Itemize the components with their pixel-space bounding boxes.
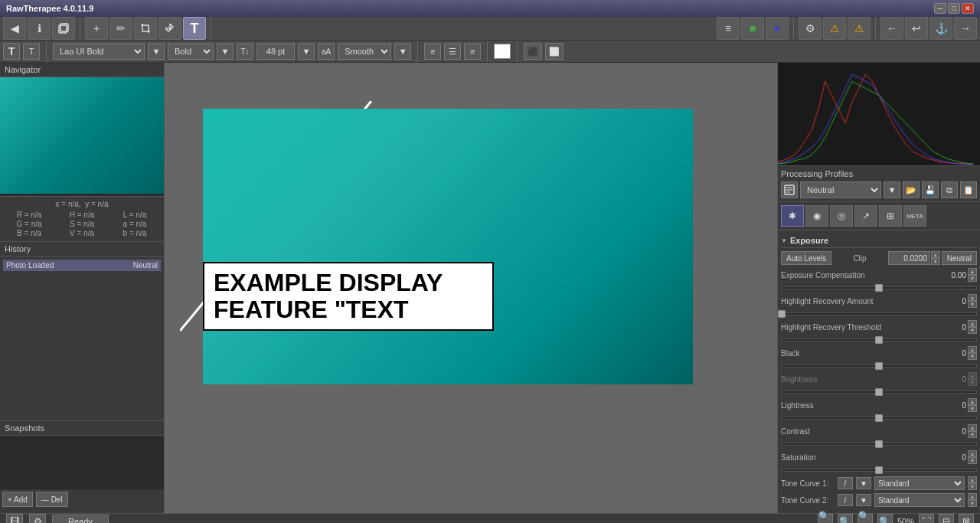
black-up-arrow[interactable]: ▲	[968, 346, 977, 353]
lens-icon-button[interactable]: ◎	[830, 205, 853, 227]
font-size-input[interactable]	[256, 43, 295, 60]
raw-icon-button[interactable]: ⊞	[879, 205, 902, 227]
color-green-button[interactable]: ■	[741, 17, 764, 40]
tone-curve1-select[interactable]: Standard	[874, 476, 965, 490]
auto-levels-button[interactable]: Auto Levels	[781, 251, 831, 265]
exposure-compensation-slider[interactable]	[781, 286, 977, 289]
transform-icon-button[interactable]: ↗	[854, 205, 877, 227]
saturation-up-arrow[interactable]: ▲	[968, 450, 977, 457]
tone-curve1-pencil-icon[interactable]: /	[838, 477, 853, 489]
saturation-down-arrow[interactable]: ▼	[968, 457, 977, 464]
tone-curve2-up-arrow[interactable]: ▲	[968, 493, 977, 500]
hrt-up-arrow[interactable]: ▲	[968, 320, 977, 327]
minimize-button[interactable]: ─	[934, 3, 946, 14]
copy-profile-button[interactable]: ⧉	[941, 181, 958, 198]
font-weight-select[interactable]: Bold	[168, 43, 214, 60]
settings2-icon[interactable]: ⚙	[29, 514, 46, 523]
settings-button[interactable]: ⚙	[799, 17, 822, 40]
maximize-button[interactable]: □	[948, 3, 960, 14]
render-mode-select[interactable]: Smooth	[338, 43, 391, 60]
transform-button[interactable]	[158, 17, 181, 40]
text-type-button[interactable]: T	[3, 43, 20, 60]
before-after-button[interactable]: ⊠	[959, 514, 974, 523]
render-mode-dropdown[interactable]: ▼	[394, 43, 411, 60]
align-left-button[interactable]: ≡	[424, 43, 441, 60]
lightness-slider[interactable]	[781, 417, 977, 420]
contrast-slider[interactable]	[781, 443, 977, 446]
menu-button[interactable]: ≡	[717, 17, 740, 40]
filmstrip-icon[interactable]: 🎞	[6, 514, 23, 523]
open-profile-button[interactable]: 📂	[903, 181, 920, 198]
close-button[interactable]: ✕	[962, 3, 974, 14]
lightness-down-arrow[interactable]: ▼	[968, 405, 977, 412]
font-name-select[interactable]: Lao UI Bold	[53, 43, 145, 60]
contrast-down-arrow[interactable]: ▼	[968, 431, 977, 438]
tone-curve1-down-arrow[interactable]: ▼	[968, 483, 977, 490]
tone-curve2-down-arrow[interactable]: ▼	[968, 500, 977, 507]
exposure-icon-button[interactable]: ✱	[781, 205, 804, 227]
zoom-in-button[interactable]: 🔍+	[858, 514, 873, 523]
lightness-up-arrow[interactable]: ▲	[968, 398, 977, 405]
history-item-photo-loaded[interactable]: Photo Loaded Neutral	[3, 260, 161, 271]
color-blue-button[interactable]: ■	[766, 17, 789, 40]
hra-up-arrow[interactable]: ▲	[968, 294, 977, 301]
pencil-button[interactable]: ✏	[109, 17, 132, 40]
hrt-down-arrow[interactable]: ▼	[968, 327, 977, 334]
profile-select[interactable]: Neutral	[800, 181, 881, 198]
zoom-100-button[interactable]: 🔍	[877, 514, 893, 523]
warn1-button[interactable]: ⚠	[823, 17, 846, 40]
clip-down-arrow[interactable]: ▼	[931, 258, 940, 265]
add-snapshot-button[interactable]: + Add	[2, 492, 33, 507]
font-name-dropdown[interactable]: ▼	[148, 43, 165, 60]
text-type2-button[interactable]: T	[23, 43, 40, 60]
clip-input[interactable]	[888, 251, 930, 265]
paste-profile-button[interactable]: 📋	[960, 181, 977, 198]
black-down-arrow[interactable]: ▼	[968, 353, 977, 360]
info-button[interactable]: ℹ	[28, 17, 51, 40]
ec-up-arrow[interactable]: ▲	[968, 268, 977, 275]
del-snapshot-button[interactable]: — Del	[36, 492, 68, 507]
text-overlay[interactable]: EXAMPLE DISPLAY FEATURE "TEXT	[203, 262, 494, 331]
profile-dropdown[interactable]: ▼	[884, 181, 900, 198]
fullscreen-button[interactable]: ⛶	[919, 514, 934, 523]
tone-curve1-dropdown-icon[interactable]: ▼	[856, 477, 871, 489]
copy-button[interactable]	[52, 17, 75, 40]
text-color-swatch[interactable]	[494, 44, 511, 59]
save-profile-button[interactable]: 💾	[922, 181, 939, 198]
hra-down-arrow[interactable]: ▼	[968, 301, 977, 308]
tone-curve1-up-arrow[interactable]: ▲	[968, 476, 977, 483]
nav-undo-button[interactable]: ↩	[905, 17, 928, 40]
text-extra1-button[interactable]: ⬛	[524, 43, 542, 60]
profile-icon-button[interactable]	[781, 181, 798, 198]
nav-prev-button[interactable]: ←	[880, 17, 903, 40]
text-tool-button[interactable]: T	[183, 17, 206, 40]
align-right-button[interactable]: ≡	[464, 43, 481, 60]
brightness-up-arrow[interactable]: ▲	[968, 372, 977, 379]
color-icon-button[interactable]: ◉	[805, 205, 828, 227]
clip-up-arrow[interactable]: ▲	[931, 251, 940, 258]
nav-anchor-button[interactable]: ⚓	[929, 17, 952, 40]
highlight-recovery-threshold-slider[interactable]	[781, 338, 977, 342]
ec-down-arrow[interactable]: ▼	[968, 275, 977, 282]
font-size-dropdown[interactable]: ▼	[298, 43, 315, 60]
black-slider[interactable]	[781, 364, 977, 368]
align-center-button[interactable]: ☰	[444, 43, 461, 60]
highlight-recovery-amount-slider[interactable]	[781, 312, 977, 315]
contrast-up-arrow[interactable]: ▲	[968, 424, 977, 431]
exposure-section-header[interactable]: ▼ Exposure	[781, 234, 977, 248]
font-weight-dropdown[interactable]: ▼	[217, 43, 234, 60]
tone-curve2-dropdown-icon[interactable]: ▼	[856, 494, 871, 506]
tone-curve2-select[interactable]: Standard	[874, 493, 965, 507]
saturation-slider[interactable]	[781, 469, 977, 472]
zoom-fit-button[interactable]: 🔍	[838, 514, 853, 523]
split-button[interactable]: ⊟	[939, 514, 954, 523]
brightness-down-arrow[interactable]: ▼	[968, 379, 977, 386]
warn2-button[interactable]: ⚠	[848, 17, 871, 40]
meta-icon-button[interactable]: META	[903, 205, 926, 227]
zoom-out-button[interactable]: 🔍−	[818, 514, 833, 523]
nav-redo-button[interactable]: →	[954, 17, 977, 40]
brightness-slider[interactable]	[781, 391, 977, 394]
canvas-area[interactable]: EXAMPLE DISPLAY FEATURE "TEXT	[165, 63, 777, 513]
crop-button[interactable]	[134, 17, 157, 40]
neutral-button[interactable]: Neutral	[942, 251, 977, 265]
